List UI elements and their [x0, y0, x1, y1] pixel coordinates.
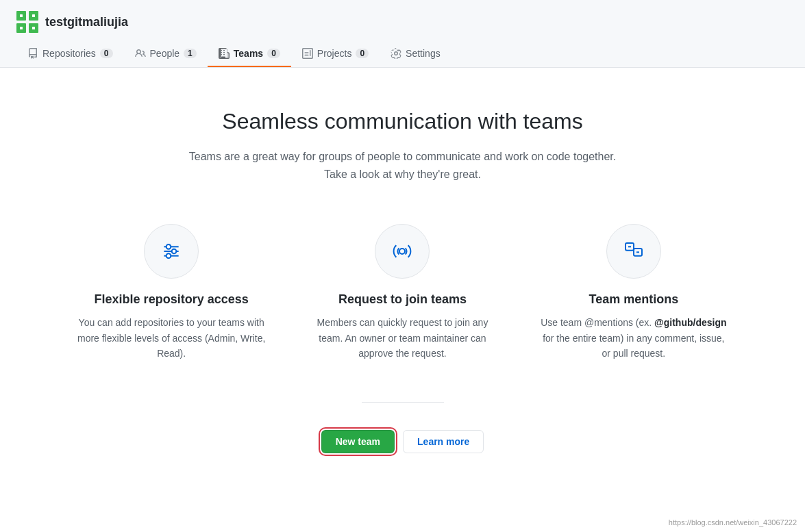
tab-repositories-count: 0 — [100, 49, 113, 58]
main-content: Seamless communication with teams Teams … — [60, 68, 745, 481]
nav-tabs: Repositories 0 People 1 Teams 0 — [16, 41, 789, 67]
tab-projects[interactable]: Projects 0 — [291, 41, 380, 67]
learn-more-button[interactable]: Learn more — [403, 430, 484, 453]
tab-teams-label: Teams — [234, 48, 263, 59]
new-team-button[interactable]: New team — [321, 430, 395, 453]
settings-icon — [391, 48, 401, 59]
projects-icon — [302, 48, 313, 59]
tab-people-label: People — [150, 48, 180, 59]
hero-title: Seamless communication with teams — [77, 109, 729, 134]
tab-settings-label: Settings — [406, 48, 441, 59]
feature-request-join: Request to join teams Members can quickl… — [308, 224, 497, 361]
tab-teams-count: 0 — [267, 49, 280, 58]
request-join-title: Request to join teams — [308, 292, 497, 307]
team-mentions-title: Team mentions — [538, 292, 728, 307]
people-icon — [135, 48, 146, 59]
tab-settings[interactable]: Settings — [380, 41, 451, 67]
sliders-icon — [160, 240, 182, 262]
tab-people-count: 1 — [184, 49, 197, 58]
tab-teams[interactable]: Teams 0 — [208, 41, 291, 67]
svg-rect-7 — [32, 27, 35, 29]
tab-repositories-label: Repositories — [42, 48, 96, 59]
svg-point-12 — [172, 249, 177, 254]
page-header: testgitmaliujia Repositories 0 People 1 — [0, 0, 805, 68]
svg-rect-4 — [20, 14, 23, 17]
hero-subtitle: Teams are a great way for groups of peop… — [77, 148, 729, 183]
feature-team-mentions: Team mentions Use team @mentions (ex. @g… — [538, 224, 728, 361]
request-join-desc: Members can quickly request to join any … — [308, 315, 497, 361]
team-mentions-desc: Use team @mentions (ex. @github/design f… — [538, 315, 728, 361]
org-name: testgitmaliujia — [45, 15, 128, 29]
svg-rect-5 — [32, 14, 35, 17]
flexible-access-desc: You can add repositories to your teams w… — [77, 315, 267, 361]
repositories-icon — [27, 48, 38, 59]
feature-flexible-access: Flexible repository access You can add r… — [77, 224, 267, 361]
tab-projects-label: Projects — [317, 48, 352, 59]
flexible-access-icon-circle — [144, 224, 199, 279]
tab-people[interactable]: People 1 — [124, 41, 208, 67]
svg-rect-6 — [20, 27, 23, 29]
svg-point-11 — [166, 244, 171, 249]
features-row: Flexible repository access You can add r… — [77, 224, 729, 361]
tab-repositories[interactable]: Repositories 0 — [16, 41, 124, 67]
team-mention-example: @github/design — [654, 317, 726, 328]
svg-point-14 — [399, 249, 405, 254]
org-logo — [16, 11, 38, 33]
hero-subtitle-line1: Teams are a great way for groups of peop… — [189, 151, 616, 162]
flexible-access-title: Flexible repository access — [77, 292, 267, 307]
chat-bubble-icon — [623, 240, 645, 262]
team-mentions-icon-circle — [606, 224, 661, 279]
tab-projects-count: 0 — [356, 49, 369, 58]
section-divider — [362, 402, 444, 403]
broadcast-icon — [391, 240, 413, 262]
hero-subtitle-line2: Take a look at why they're great. — [324, 168, 481, 180]
svg-point-13 — [166, 254, 171, 259]
org-title-row: testgitmaliujia — [16, 11, 789, 33]
actions-row: New team Learn more — [77, 430, 729, 453]
teams-icon — [219, 48, 230, 59]
request-join-icon-circle — [375, 224, 430, 279]
